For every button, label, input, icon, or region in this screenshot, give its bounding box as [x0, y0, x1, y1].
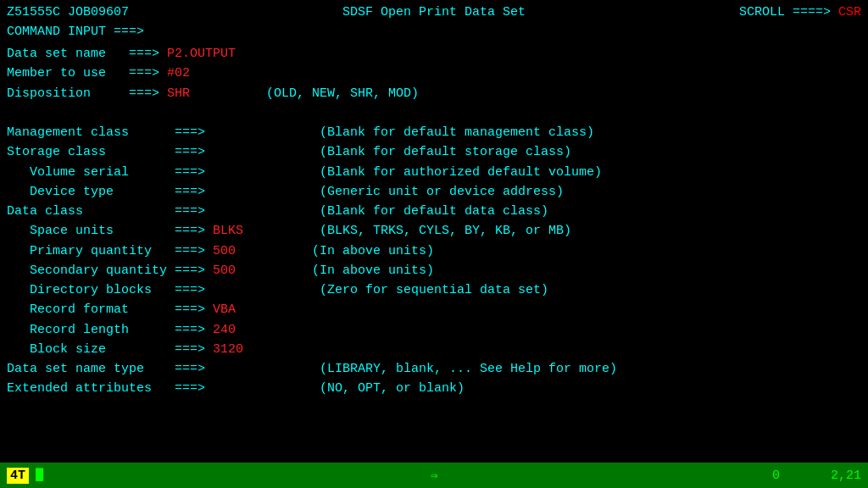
field-member: Member to use ===> #02	[7, 64, 861, 83]
status-left: 4T █	[7, 468, 43, 484]
field-value-space-units[interactable]: BLKS	[213, 221, 243, 241]
field-dir-blocks: Directory blocks ===> (Zero for sequenti…	[7, 280, 861, 300]
field-secondary-qty: Secondary quantity ===> 500 (In above un…	[7, 261, 861, 280]
field-value-primary-qty[interactable]: 500	[213, 241, 236, 261]
field-label-member: Member to use ===>	[7, 64, 167, 83]
hint-data-class: (Blank for default data class)	[213, 202, 548, 221]
terminal-screen: Z51555C JOB09607 SDSF Open Print Data Se…	[0, 0, 868, 488]
scroll-label: SCROLL ====> CSR	[739, 3, 861, 21]
field-value-record-format[interactable]: VBA	[213, 300, 236, 319]
field-label-device-type: Device type ===>	[7, 182, 213, 202]
hint-disposition: (OLD, NEW, SHR, MOD)	[190, 84, 419, 103]
hint-secondary-qty: (In above units)	[236, 261, 434, 280]
field-value-record-length[interactable]: 240	[213, 320, 236, 340]
content-area: Data set name ===> P2.OUTPUT Member to u…	[7, 44, 861, 399]
hint-device-type: (Generic unit or device address)	[213, 182, 564, 202]
field-label-primary-qty: Primary quantity ===>	[7, 241, 213, 261]
field-record-format: Record format ===> VBA	[7, 300, 861, 319]
scroll-value: CSR	[838, 5, 861, 19]
field-label-extended-attrs: Extended attributes ===>	[7, 379, 213, 398]
field-dataset-name-type: Data set name type ===> (LIBRARY, blank,…	[7, 359, 861, 379]
field-primary-qty: Primary quantity ===> 500 (In above unit…	[7, 241, 861, 261]
header-row-2: COMMAND INPUT ===>	[7, 23, 861, 41]
field-label-data-class: Data class ===>	[7, 202, 213, 221]
field-block-size: Block size ===> 3120	[7, 340, 861, 359]
hint-volume-serial: (Blank for authorized default volume)	[213, 163, 602, 182]
field-value-member[interactable]: #02	[167, 64, 190, 83]
system-id: Z51555C JOB09607	[7, 3, 129, 21]
blank-row-1	[7, 103, 861, 123]
field-value-secondary-qty[interactable]: 500	[213, 261, 236, 280]
hint-primary-qty: (In above units)	[236, 241, 434, 261]
field-mgmt-class: Management class ===> (Blank for default…	[7, 123, 861, 142]
hint-extended-attrs: (NO, OPT, or blank)	[213, 379, 465, 398]
tab-indicator: 4T	[7, 468, 29, 484]
arrow-indicator: ⇒	[430, 468, 437, 484]
field-label-record-format: Record format ===>	[7, 300, 213, 319]
header-row-1: Z51555C JOB09607 SDSF Open Print Data Se…	[7, 3, 861, 21]
field-volume-serial: Volume serial ===> (Blank for authorized…	[7, 163, 861, 182]
field-label-record-length: Record length ===>	[7, 320, 213, 340]
field-label-space-units: Space units ===>	[7, 221, 213, 241]
status-right: 0 2,21	[772, 469, 861, 483]
hint-space-units: (BLKS, TRKS, CYLS, BY, KB, or MB)	[243, 221, 571, 241]
hint-dataset-name-type: (LIBRARY, blank, ... See Help for more)	[213, 359, 617, 379]
field-record-length: Record length ===> 240	[7, 320, 861, 340]
field-label-storage-class: Storage class ===>	[7, 142, 213, 162]
field-value-dataset-name[interactable]: P2.OUTPUT	[167, 44, 236, 64]
field-label-secondary-qty: Secondary quantity ===>	[7, 261, 213, 280]
field-label-volume-serial: Volume serial ===>	[7, 163, 213, 182]
field-label-dir-blocks: Directory blocks ===>	[7, 280, 213, 300]
field-label-disposition: Disposition ===>	[7, 84, 167, 103]
field-extended-attrs: Extended attributes ===> (NO, OPT, or bl…	[7, 379, 861, 398]
status-count: 0	[772, 469, 780, 483]
field-label-mgmt-class: Management class ===>	[7, 123, 213, 142]
field-value-disposition[interactable]: SHR	[167, 84, 190, 103]
field-space-units: Space units ===> BLKS (BLKS, TRKS, CYLS,…	[7, 221, 861, 241]
hint-storage-class: (Blank for default storage class)	[213, 142, 571, 162]
field-disposition: Disposition ===> SHR (OLD, NEW, SHR, MOD…	[7, 84, 861, 103]
hint-mgmt-class: (Blank for default management class)	[213, 123, 594, 142]
field-label-dataset-name-type: Data set name type ===>	[7, 359, 213, 379]
hint-dir-blocks: (Zero for sequential data set)	[213, 280, 548, 300]
status-bar: 4T █ ⇒ 0 2,21	[0, 463, 868, 488]
field-storage-class: Storage class ===> (Blank for default st…	[7, 142, 861, 162]
command-input-label[interactable]: COMMAND INPUT ===>	[7, 23, 144, 41]
status-position: 2,21	[831, 469, 861, 483]
field-value-block-size[interactable]: 3120	[213, 340, 243, 359]
screen-title: SDSF Open Print Data Set	[342, 3, 526, 21]
field-device-type: Device type ===> (Generic unit or device…	[7, 182, 861, 202]
field-data-class: Data class ===> (Blank for default data …	[7, 202, 861, 221]
field-dataset-name: Data set name ===> P2.OUTPUT	[7, 44, 861, 64]
field-label-dataset-name: Data set name ===>	[7, 44, 167, 64]
field-label-block-size: Block size ===>	[7, 340, 213, 359]
cursor-block[interactable]: █	[36, 469, 43, 483]
